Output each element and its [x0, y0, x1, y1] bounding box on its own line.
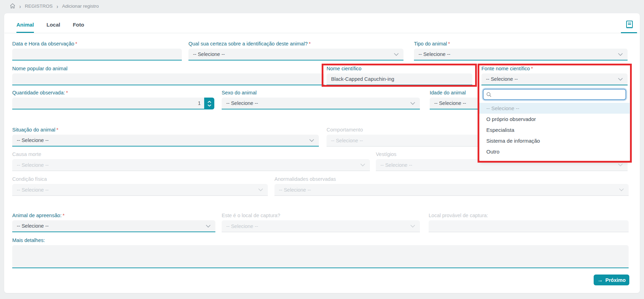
field-label: Qual sua certeza sobre a identificação d… — [188, 41, 308, 47]
field-label: Condição física — [12, 176, 268, 183]
field-certeza: Qual sua certeza sobre a identificação d… — [188, 40, 403, 60]
field-quantidade: Quantidade observada:* 1 — [12, 89, 214, 109]
dropdown-option[interactable]: Sistema de informação — [479, 135, 630, 146]
vestigios-select: -- Selecione -- — [376, 159, 628, 171]
field-fonte-nome-cientifico: Fonte nome científico* -- Selecione -- — [481, 65, 628, 85]
tab-local[interactable]: Local — [46, 22, 60, 33]
chevron-down-icon — [618, 163, 623, 166]
chevron-down-icon — [309, 139, 314, 142]
field-label: Quantidade observada: — [12, 90, 65, 95]
nome-popular-input[interactable] — [12, 73, 324, 85]
fonte-nome-dropdown-panel: -- Selecione -- O próprio observador Esp… — [479, 86, 630, 161]
icon-tab-active-underline — [621, 32, 637, 33]
stepper-up-icon — [207, 101, 212, 103]
field-label: Local provável de captura: — [429, 212, 629, 219]
field-label: Tipo do animal — [414, 41, 447, 47]
chevron-down-icon — [410, 102, 415, 105]
dropdown-options-list: -- Selecione -- O próprio observador Esp… — [479, 103, 630, 157]
required-asterisk: * — [531, 66, 533, 71]
chevron-down-icon — [619, 188, 624, 191]
required-asterisk: * — [56, 127, 58, 133]
arrow-right-icon: → — [597, 277, 603, 283]
field-label: Este é o local de captura? — [222, 212, 420, 219]
records-list-icon[interactable] — [624, 20, 634, 30]
dropdown-search-input[interactable] — [494, 92, 623, 97]
required-asterisk: * — [75, 41, 77, 47]
field-label: Situação do animal — [12, 127, 55, 133]
field-condicao-fisica: Condição física -- Selecione -- — [12, 176, 268, 196]
proximo-button[interactable]: → Próximo — [594, 275, 629, 285]
breadcrumb-separator-icon: › — [19, 2, 21, 9]
field-sexo: Sexo do animal -- Selecione -- — [222, 89, 420, 109]
nome-cientifico-input[interactable]: Black-Capped Capuchin-ing — [327, 73, 472, 85]
chevron-down-icon — [360, 163, 365, 166]
required-asterisk: * — [309, 41, 311, 47]
apreensao-select[interactable]: -- Selecione -- — [12, 220, 215, 232]
tipo-select[interactable]: -- Selecione -- — [414, 49, 628, 60]
tab-bar: Animal Local Foto — [16, 22, 84, 33]
field-apreensao: Animal de apreensão:* -- Selecione -- — [12, 212, 215, 232]
breadcrumb-separator-icon: › — [57, 2, 58, 9]
local-provavel-input — [429, 220, 629, 232]
causa-morte-select: -- Selecione -- — [12, 159, 370, 171]
chevron-down-icon — [206, 225, 211, 228]
page: › REGISTROS › Adicionar registro Animal … — [0, 0, 644, 299]
field-label: Animal de apreensão: — [12, 213, 62, 218]
chevron-down-icon — [618, 53, 623, 56]
tab-animal[interactable]: Animal — [16, 22, 34, 33]
field-data-hora: Data e Hora da observação* — [12, 40, 182, 60]
certeza-select[interactable]: -- Selecione -- — [188, 49, 403, 60]
mais-detalhes-textarea[interactable] — [12, 245, 629, 268]
required-asterisk: * — [63, 213, 65, 218]
field-tipo: Tipo do animal* -- Selecione -- — [414, 40, 628, 60]
field-label: Fonte nome científico — [481, 66, 530, 71]
field-este-local-captura: Este é o local de captura? -- Selecione … — [222, 212, 420, 232]
proximo-button-label: Próximo — [605, 277, 625, 283]
required-asterisk: * — [66, 90, 68, 95]
field-label: Nome popular do animal — [12, 65, 324, 72]
search-icon — [486, 92, 492, 97]
breadcrumb: › REGISTROS › Adicionar registro — [10, 1, 99, 10]
required-asterisk: * — [448, 41, 450, 47]
breadcrumb-item-adicionar-registro: Adicionar registro — [62, 3, 99, 9]
stepper-down-icon — [207, 104, 212, 107]
field-label: Sexo do animal — [222, 89, 420, 97]
home-icon[interactable] — [10, 3, 15, 9]
field-anormalidades: Anormalidades observadas -- Selecione -- — [274, 176, 629, 196]
chevron-down-icon — [258, 188, 263, 191]
field-label: Mais detalhes: — [12, 237, 629, 244]
field-mais-detalhes: Mais detalhes: — [12, 237, 629, 268]
field-situacao: Situação do animal* -- Selecione -- — [12, 126, 319, 147]
sexo-select[interactable]: -- Selecione -- — [222, 98, 420, 109]
tabs-divider — [5, 33, 639, 33]
field-local-provavel: Local provável de captura: — [429, 212, 629, 232]
field-nome-popular: Nome popular do animal — [12, 65, 324, 85]
dropdown-option[interactable]: O próprio observador — [479, 114, 630, 124]
anormalidades-select: -- Selecione -- — [274, 184, 629, 196]
data-hora-input[interactable] — [12, 49, 182, 60]
breadcrumb-item-registros[interactable]: REGISTROS — [25, 3, 53, 9]
field-causa-morte: Causa morte -- Selecione -- — [12, 151, 370, 171]
field-label: Data e Hora da observação — [12, 41, 74, 47]
field-nome-cientifico: Nome científico Black-Capped Capuchin-in… — [327, 65, 472, 85]
dropdown-option[interactable]: Outro — [479, 146, 630, 157]
chevron-down-icon — [394, 53, 399, 56]
dropdown-option[interactable]: Especialista — [479, 124, 630, 135]
condicao-fisica-select: -- Selecione -- — [12, 184, 268, 196]
fonte-nome-select[interactable]: -- Selecione -- — [481, 73, 628, 85]
field-label: Anormalidades observadas — [274, 176, 629, 183]
field-label: Nome científico — [327, 65, 472, 72]
dropdown-search-box[interactable] — [483, 89, 626, 100]
chevron-down-icon — [410, 225, 415, 228]
situacao-select[interactable]: -- Selecione -- — [12, 135, 319, 147]
este-local-captura-select: -- Selecione -- — [222, 220, 420, 232]
tab-foto[interactable]: Foto — [73, 22, 84, 33]
chevron-down-icon — [618, 78, 623, 81]
field-label: Causa morte — [12, 151, 370, 158]
quantidade-input[interactable]: 1 — [12, 98, 204, 109]
quantity-stepper[interactable] — [204, 98, 214, 109]
dropdown-option[interactable]: -- Selecione -- — [479, 103, 630, 114]
